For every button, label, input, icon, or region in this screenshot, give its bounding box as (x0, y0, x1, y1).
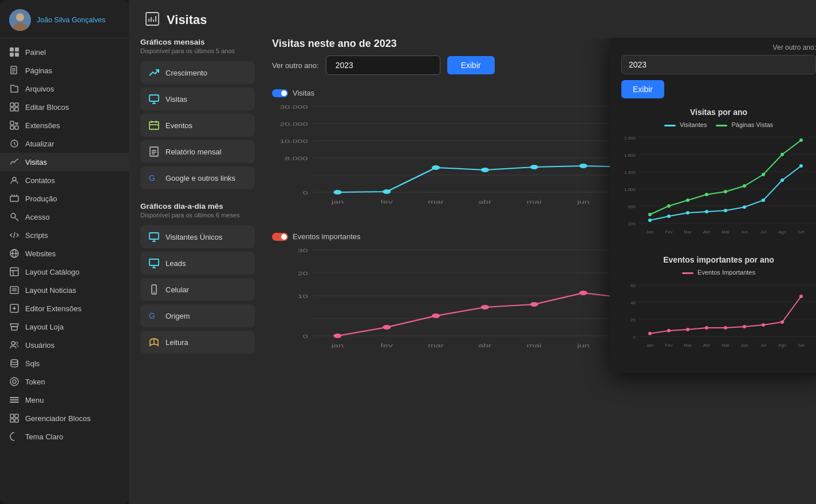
svg-text:Mar: Mar (684, 229, 692, 235)
visits-toggle[interactable] (272, 89, 288, 97)
svg-rect-47 (15, 414, 18, 418)
crescimento-button[interactable]: Crescimento (140, 61, 255, 84)
production-icon (9, 193, 19, 204)
sidebar-label-layout-loja: Layout Loja (25, 323, 64, 331)
visits-toggle-label: Visitas (293, 89, 314, 97)
svg-text:20: 20 (298, 271, 308, 276)
year-label: Ver outro ano: (272, 61, 319, 70)
eventos-button[interactable]: Eventos (140, 114, 255, 137)
overlay-year-input[interactable] (621, 55, 816, 74)
svg-text:Jan: Jan (647, 229, 654, 235)
celular-button[interactable]: Celular (140, 278, 255, 301)
svg-text:0: 0 (303, 190, 308, 196)
visitantes-unicos-button[interactable]: Visitantes Únicos (140, 225, 255, 248)
sidebar-label-sqls: Sqls (25, 359, 40, 368)
sidebar-item-usuarios[interactable]: Usuários (0, 336, 129, 354)
leads-button[interactable]: Leads (140, 252, 255, 275)
sidebar-item-tema-claro[interactable]: Tema Claro (0, 427, 129, 446)
svg-point-193 (648, 332, 652, 335)
svg-point-161 (705, 193, 708, 196)
visitantes-unicos-label: Visitantes Únicos (165, 233, 222, 241)
sidebar-item-acesso[interactable]: Acesso (0, 208, 129, 226)
origem-button[interactable]: G Origem (140, 304, 255, 327)
sidebar-item-gerenciador-blocos[interactable]: Gerenciador Blocos (0, 409, 129, 427)
google-icon: G (148, 172, 160, 184)
sidebar-item-paginas[interactable]: Páginas (0, 61, 129, 80)
sidebar-item-painel[interactable]: Painel (0, 43, 129, 61)
sidebar-label-layout-catalogo: Layout Catálogo (25, 268, 80, 276)
svg-text:jan: jan (330, 343, 344, 348)
svg-point-160 (686, 199, 689, 202)
leitura-button[interactable]: Leitura (140, 331, 255, 354)
svg-text:fev: fev (381, 199, 393, 205)
svg-rect-37 (11, 327, 17, 330)
relatorio-mensal-button[interactable]: Relatório mensal (140, 140, 255, 163)
edit-blocks-icon (9, 102, 19, 112)
svg-point-162 (724, 190, 727, 193)
svg-rect-13 (10, 108, 14, 111)
update-icon (9, 138, 19, 149)
svg-text:Mai: Mai (722, 343, 730, 348)
svg-point-158 (648, 213, 652, 216)
monitor-icon (148, 93, 160, 105)
sidebar-item-atualizar[interactable]: Atualizar (0, 134, 129, 153)
svg-text:10.000: 10.000 (279, 138, 308, 144)
sidebar-item-extensoes[interactable]: Extensões (0, 116, 129, 134)
store-icon (9, 322, 19, 332)
overlay-exibir-button[interactable]: Exibir (621, 80, 664, 98)
sidebar-item-layout-catalogo[interactable]: Layout Catálogo (0, 263, 129, 281)
sidebar-item-arquivos[interactable]: Arquivos (0, 80, 129, 98)
svg-point-196 (705, 326, 708, 330)
events-toggle-label: Eventos importantes (293, 232, 361, 241)
editor-ext-icon (9, 303, 19, 313)
sidebar-label-tema-claro: Tema Claro (25, 432, 63, 441)
sidebar-item-visitas[interactable]: Visitas (0, 153, 129, 171)
svg-point-99 (383, 189, 391, 194)
sidebar-label-contatos: Contatos (25, 176, 55, 185)
svg-text:600: 600 (628, 204, 636, 209)
svg-point-38 (11, 342, 15, 345)
crescimento-label: Crescimento (165, 69, 207, 77)
svg-point-159 (667, 204, 671, 208)
svg-text:abr: abr (478, 199, 492, 205)
exibir-button[interactable]: Exibir (447, 56, 495, 74)
svg-text:Jun: Jun (741, 229, 748, 235)
svg-text:10: 10 (298, 293, 308, 299)
sidebar-item-layout-noticias[interactable]: Layout Noticias (0, 281, 129, 299)
svg-text:Jul: Jul (760, 229, 766, 235)
sidebar-item-contatos[interactable]: Contatos (0, 171, 129, 189)
sidebar-item-editor-extensoes[interactable]: Editor Extensões (0, 299, 129, 318)
theme-icon (9, 431, 19, 442)
google-links-button[interactable]: G Google e outros links (140, 166, 255, 189)
svg-point-173 (762, 199, 765, 202)
sidebar-item-token[interactable]: Token (0, 372, 129, 391)
block-manager-icon (9, 413, 19, 423)
sidebar-label-painel: Painel (25, 48, 46, 57)
visitantes-line (664, 125, 676, 126)
sidebar-user: João Silva Gonçalves (0, 0, 129, 38)
sidebar-item-sqls[interactable]: Sqls (0, 354, 129, 372)
sidebar-label-menu: Menu (25, 396, 44, 404)
daily-section-title: Gráficos dia-a-dia mês (140, 202, 255, 211)
svg-text:1.000: 1.000 (624, 187, 636, 192)
sidebar-item-editar-blocos[interactable]: Editar Blocos (0, 98, 129, 116)
visitas-label: Visitas (165, 95, 187, 104)
extensions-icon (9, 120, 19, 130)
events-toggle[interactable] (272, 233, 288, 241)
svg-text:jan: jan (330, 199, 344, 205)
sidebar-item-producao[interactable]: Produção (0, 189, 129, 208)
sidebar-item-websites[interactable]: Websites (0, 244, 129, 263)
sidebar: João Silva Gonçalves Painel Páginas (0, 0, 129, 504)
year-input[interactable] (326, 55, 440, 75)
sidebar-label-gerenciador-blocos: Gerenciador Blocos (25, 414, 90, 423)
svg-text:Jan: Jan (647, 343, 654, 348)
grid-icon (9, 47, 19, 57)
sidebar-item-menu[interactable]: Menu (0, 391, 129, 409)
sidebar-label-acesso: Acesso (25, 213, 50, 221)
sidebar-item-layout-loja[interactable]: Layout Loja (0, 318, 129, 336)
monthly-section-title: Gráficos mensais (140, 38, 255, 46)
svg-point-129 (432, 313, 440, 318)
sidebar-item-scripts[interactable]: Scripts (0, 226, 129, 244)
svg-text:jun: jun (577, 343, 590, 348)
visitas-button[interactable]: Visitas (140, 88, 255, 110)
